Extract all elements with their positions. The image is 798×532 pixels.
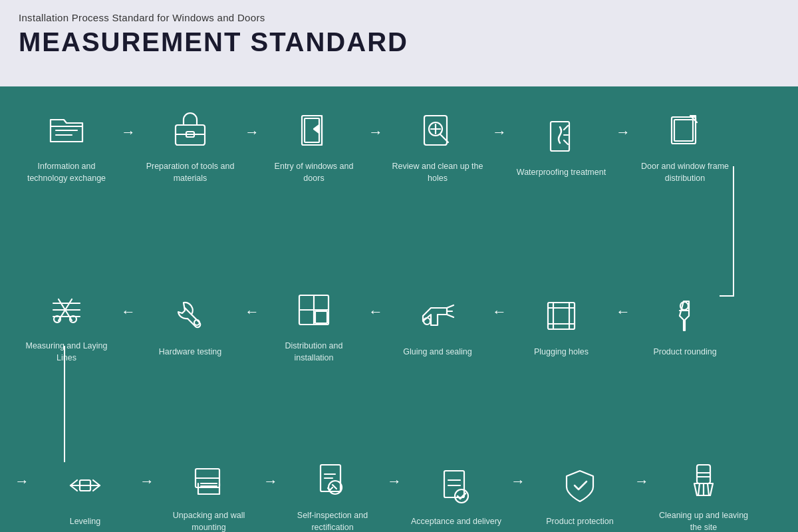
arrow-5-6: →	[616, 124, 630, 141]
arrow-3-4: →	[368, 124, 383, 141]
wall-mount-icon	[185, 456, 233, 503]
step-hardware-label: Hardware testing	[159, 346, 222, 358]
step-leveling: Leveling	[32, 462, 138, 528]
step-review-holes: Review and clean up the holes	[384, 106, 491, 184]
svg-rect-67	[697, 465, 710, 483]
header-title: MEASUREMENT STANDARD	[19, 27, 779, 57]
header-subtitle: Installation Process Standard for Window…	[19, 12, 779, 23]
step-frame-dist: Door and window frame distribution	[632, 106, 738, 184]
scissors-ruler-icon	[43, 286, 90, 334]
toolbox-icon	[166, 106, 214, 154]
svg-line-48	[93, 485, 100, 491]
step-acceptance: Acceptance and delivery	[403, 462, 509, 528]
arrow-ad-pp: →	[511, 473, 525, 490]
step-info-exchange-label: Information and technology exchange	[20, 161, 113, 184]
svg-line-68	[698, 483, 700, 495]
door-entry-icon	[290, 106, 338, 154]
grid-square-icon	[290, 286, 338, 334]
arrow-di-gs: ←	[368, 303, 383, 321]
svg-line-47	[93, 480, 100, 485]
step-acceptance-label: Acceptance and delivery	[411, 516, 501, 528]
flow-row-3: → Leveling →	[13, 456, 757, 532]
step-unpacking-label: Unpacking and wall mounting	[162, 510, 255, 532]
svg-rect-18	[672, 117, 696, 144]
step-self-inspect: Self-inspection and rectification	[279, 456, 386, 532]
step-plugging-label: Plugging holes	[534, 346, 589, 358]
svg-line-45	[70, 480, 77, 485]
svg-line-17	[564, 140, 568, 144]
svg-line-59	[328, 488, 330, 490]
arrow-2-3: →	[245, 124, 259, 141]
step-prep-tools-label: Preparation of tools and materials	[144, 161, 237, 184]
arrow-si-ad: →	[387, 473, 402, 490]
arrow-ph-pr: ←	[616, 303, 630, 321]
wrench-icon	[166, 292, 214, 340]
inspect-icon	[309, 456, 356, 503]
folder-icon	[43, 106, 90, 154]
step-cleanup-label: Cleaning up and leaving the site	[657, 510, 750, 532]
svg-line-28	[185, 308, 192, 315]
arrow-gs-ph: ←	[492, 303, 507, 321]
arrow-lv-un: →	[140, 473, 154, 490]
svg-rect-37	[548, 303, 575, 329]
step-product-round: Product rounding	[632, 292, 738, 358]
connector-v2	[64, 346, 65, 462]
svg-line-46	[70, 485, 77, 491]
broom-icon	[680, 456, 728, 503]
svg-line-60	[332, 485, 336, 489]
svg-rect-63	[444, 471, 464, 497]
level-icon	[61, 462, 109, 509]
magnify-icon	[414, 106, 462, 154]
arrow-4-5: →	[492, 124, 507, 141]
step-prep-tools: Preparation of tools and materials	[137, 106, 243, 184]
step-product-round-label: Product rounding	[653, 346, 716, 358]
step-dist-install: Distribution and installation	[261, 286, 367, 364]
glue-gun-icon	[414, 292, 462, 340]
step-unpacking: Unpacking and wall mounting	[156, 456, 262, 532]
step-measuring-label: Measuring and Laying Lines	[20, 340, 113, 364]
svg-line-33	[447, 305, 454, 308]
step-measuring: Measuring and Laying Lines	[13, 286, 120, 364]
arrow-start-r3: →	[15, 473, 29, 490]
step-product-protect: Product protection	[527, 462, 633, 528]
step-info-exchange: Information and technology exchange	[13, 106, 120, 184]
arrow-m-hw: ←	[121, 303, 136, 321]
flow-row-2: Measuring and Laying Lines ← Hardware te…	[13, 286, 738, 364]
step-waterproofing-label: Waterproofing treatment	[517, 167, 606, 179]
pin-icon	[661, 292, 709, 340]
flow-row-1: Information and technology exchange → Pr…	[13, 106, 738, 184]
arrow-pp-cu: →	[634, 473, 649, 490]
step-plugging: Plugging holes	[508, 292, 614, 358]
step-gluing: Gluing and sealing	[384, 292, 491, 358]
svg-line-35	[447, 315, 454, 317]
step-hardware: Hardware testing	[137, 292, 243, 358]
svg-point-36	[424, 318, 430, 325]
step-dist-install-label: Distribution and installation	[267, 340, 360, 364]
svg-point-43	[680, 302, 688, 310]
step-leveling-label: Leveling	[70, 516, 101, 528]
main-content: Information and technology exchange → Pr…	[0, 86, 798, 532]
arrow-un-si: →	[263, 473, 278, 490]
arrow-hw-di: ←	[245, 303, 259, 321]
header: Installation Process Standard for Window…	[0, 0, 798, 86]
waterproof-icon	[537, 112, 585, 160]
step-product-protect-label: Product protection	[546, 516, 613, 528]
connector-v1	[733, 166, 734, 296]
shield-icon	[556, 462, 604, 509]
step-cleanup: Cleaning up and leaving the site	[650, 456, 757, 532]
step-self-inspect-label: Self-inspection and rectification	[286, 510, 379, 532]
step-frame-dist-label: Door and window frame distribution	[638, 161, 732, 184]
svg-rect-32	[315, 311, 327, 323]
step-review-holes-label: Review and clean up the holes	[391, 161, 484, 184]
step-waterproofing: Waterproofing treatment	[508, 112, 614, 179]
step-gluing-label: Gluing and sealing	[403, 346, 472, 358]
accept-icon	[432, 462, 480, 509]
svg-line-15	[564, 126, 568, 130]
plug-holes-icon	[537, 292, 585, 340]
svg-rect-19	[674, 120, 693, 141]
frame-export-icon	[661, 106, 709, 154]
svg-line-70	[708, 483, 709, 495]
step-entry-windows: Entry of windows and doors	[261, 106, 367, 184]
arrow-1-2: →	[121, 124, 136, 141]
step-entry-windows-label: Entry of windows and doors	[267, 161, 360, 184]
